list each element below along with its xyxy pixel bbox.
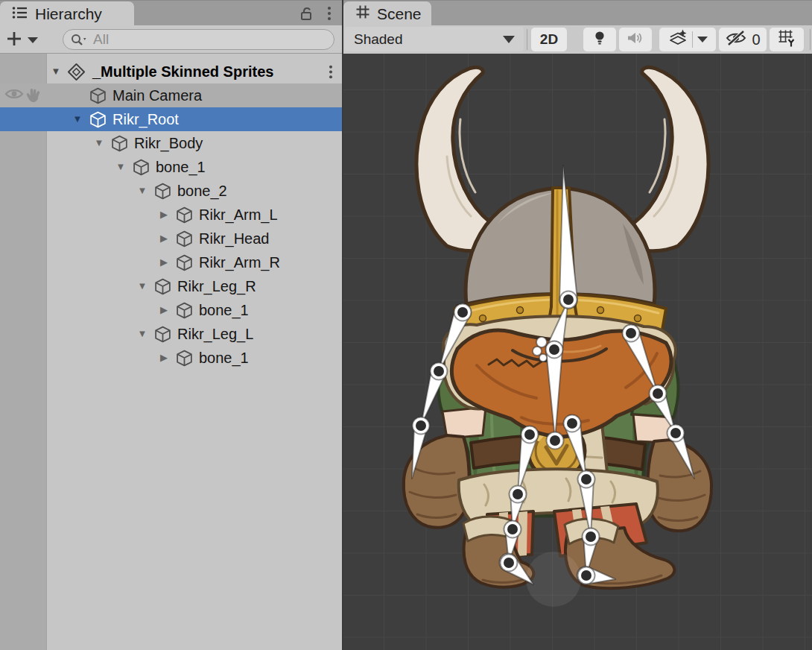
cube-icon xyxy=(110,134,129,156)
grid-icon xyxy=(355,4,370,23)
bone-root-marker xyxy=(539,354,547,362)
hierarchy-row-bone-1[interactable]: ▶bone_1 xyxy=(0,346,342,370)
chevron-down-icon[interactable] xyxy=(697,37,708,42)
hidden-count-label: 0 xyxy=(752,31,760,48)
lock-open-icon[interactable] xyxy=(298,5,314,25)
hierarchy-search xyxy=(63,29,334,50)
scene-toolbar: Shaded 2D xyxy=(343,25,812,54)
chevron-down-icon xyxy=(28,37,38,43)
tab-hierarchy[interactable]: Hierarchy xyxy=(0,1,134,26)
scene-header-row[interactable]: ▼ _Multiple Skinned Sprites xyxy=(0,60,342,83)
cube-icon xyxy=(89,86,107,108)
expander-icon[interactable]: ▶ xyxy=(156,346,172,370)
cube-icon xyxy=(175,349,194,370)
magnifier-icon[interactable] xyxy=(70,33,89,51)
bone-root-marker xyxy=(533,347,542,356)
bone-joint-dot xyxy=(549,344,559,355)
cube-icon xyxy=(89,110,107,132)
tab-scene[interactable]: Scene xyxy=(343,1,431,26)
expander-icon[interactable]: ▼ xyxy=(134,274,150,298)
hierarchy-row-rikr-leg-r[interactable]: ▼Rikr_Leg_R xyxy=(0,274,342,298)
cube-icon xyxy=(153,325,172,347)
hierarchy-row-rikr-root[interactable]: ▼Rikr_Root xyxy=(0,107,342,131)
scene-effects-button[interactable] xyxy=(659,28,716,51)
tab-scene-label: Scene xyxy=(377,5,422,23)
expander-icon[interactable]: ▶ xyxy=(156,227,172,250)
expander-icon[interactable]: ▼ xyxy=(91,131,107,155)
hierarchy-rows: Main Camera▼Rikr_Root▼Rikr_Body▼bone_1▼b… xyxy=(0,83,342,370)
cube-icon xyxy=(175,230,194,251)
plus-icon xyxy=(6,31,22,50)
row-label: Rikr_Leg_L xyxy=(177,322,253,346)
row-label: Rikr_Body xyxy=(134,131,203,155)
scene-lighting-button[interactable] xyxy=(583,28,616,51)
hierarchy-tree: ▼ _Multiple Skinned Sprites Main Camera▼… xyxy=(0,54,342,650)
bone-joint-dot xyxy=(670,428,681,438)
scene-audio-button[interactable] xyxy=(619,28,652,51)
scene-overlay xyxy=(343,54,812,650)
ground-disc xyxy=(526,552,581,607)
unity-editor: Hierarchy xyxy=(0,0,812,650)
hierarchy-row-bone-2[interactable]: ▼bone_2 xyxy=(0,179,342,203)
eye-off-icon xyxy=(725,30,747,49)
bone-root-marker xyxy=(536,337,547,347)
toggle-2d-button[interactable]: 2D xyxy=(531,28,567,51)
add-gameobject-button[interactable] xyxy=(6,31,38,50)
bone-joint-dot xyxy=(567,418,577,429)
hierarchy-tabbar: Hierarchy xyxy=(0,0,342,25)
2d-label: 2D xyxy=(540,31,558,48)
row-label: bone_1 xyxy=(199,298,249,322)
cube-icon xyxy=(153,182,172,203)
row-label: bone_1 xyxy=(156,155,206,179)
hierarchy-row-rikr-arm-r[interactable]: ▶Rikr_Arm_R xyxy=(0,250,342,274)
bone-joint-dot xyxy=(563,294,574,305)
hand-icon[interactable] xyxy=(25,87,42,106)
hierarchy-panel: Hierarchy xyxy=(0,0,342,650)
hierarchy-row-bone-1[interactable]: ▶bone_1 xyxy=(0,298,342,322)
expander-icon[interactable]: ▶ xyxy=(156,203,172,227)
row-label: Rikr_Arm_R xyxy=(199,250,280,274)
cube-icon xyxy=(132,158,150,180)
expander-icon[interactable]: ▶ xyxy=(156,298,172,322)
hierarchy-row-rikr-body[interactable]: ▼Rikr_Body xyxy=(0,131,342,155)
kebab-icon[interactable] xyxy=(329,64,333,83)
hierarchy-row-main-camera[interactable]: Main Camera xyxy=(0,83,342,107)
expander-icon[interactable]: ▼ xyxy=(134,322,150,346)
hierarchy-row-rikr-head[interactable]: ▶Rikr_Head xyxy=(0,227,342,250)
row-label: Rikr_Root xyxy=(112,107,179,131)
button-divider xyxy=(692,31,693,48)
draw-mode-dropdown[interactable]: Shaded xyxy=(345,27,524,51)
bone-joint-dot xyxy=(581,474,591,485)
bone-joint-dot xyxy=(524,429,535,440)
tab-hierarchy-label: Hierarchy xyxy=(35,5,102,23)
hierarchy-row-rikr-leg-l[interactable]: ▼Rikr_Leg_L xyxy=(0,322,342,346)
bone-joint-dot xyxy=(434,366,444,376)
expander-icon[interactable]: ▼ xyxy=(48,60,64,83)
scene-visibility-button[interactable]: 0 xyxy=(719,28,767,51)
expander-icon[interactable]: ▼ xyxy=(69,107,86,131)
bone-joint-dot xyxy=(626,328,636,338)
search-input[interactable] xyxy=(93,30,324,49)
grid-settings-button[interactable] xyxy=(770,28,804,51)
row-label: Main Camera xyxy=(112,83,202,107)
bone-joint-dot xyxy=(586,531,596,542)
expander-icon[interactable]: ▼ xyxy=(134,179,150,203)
eye-icon[interactable] xyxy=(4,87,24,104)
bone-joint-dot xyxy=(457,307,468,318)
kebab-icon[interactable] xyxy=(327,5,332,25)
cube-icon xyxy=(175,206,194,227)
expander-icon[interactable]: ▼ xyxy=(112,155,129,179)
row-label: Rikr_Head xyxy=(199,227,269,250)
scene-panel: Scene Shaded 2D xyxy=(343,0,812,650)
cube-icon xyxy=(175,301,194,323)
bone-joint-dot xyxy=(504,558,514,568)
cube-icon xyxy=(175,253,194,275)
row-label: bone_2 xyxy=(177,179,227,203)
expander-icon[interactable]: ▶ xyxy=(156,250,172,274)
hierarchy-row-bone-1[interactable]: ▼bone_1 xyxy=(0,155,342,179)
hierarchy-row-rikr-arm-l[interactable]: ▶Rikr_Arm_L xyxy=(0,203,342,227)
cube-icon xyxy=(153,277,172,299)
scene-viewport[interactable] xyxy=(343,54,812,650)
toolbar-separator xyxy=(810,29,811,50)
row-label: Rikr_Leg_R xyxy=(177,274,256,298)
